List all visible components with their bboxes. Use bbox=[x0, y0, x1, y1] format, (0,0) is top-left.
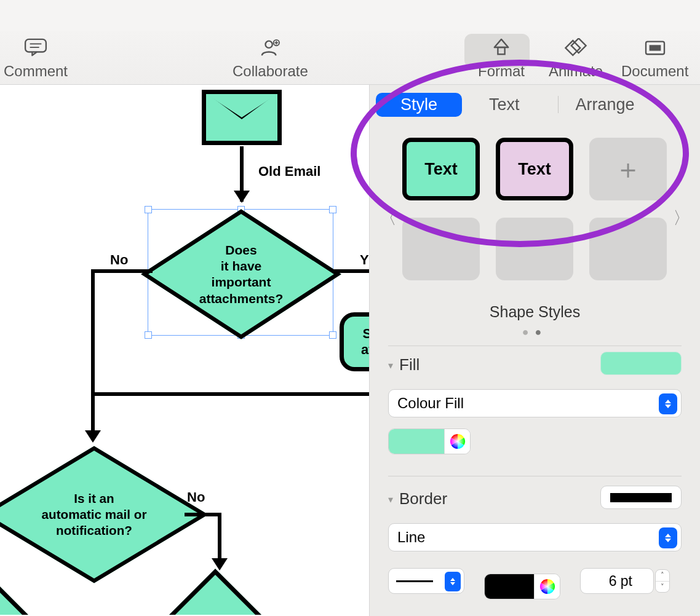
color-wheel-button[interactable] bbox=[444, 428, 470, 454]
shape-envelope[interactable] bbox=[202, 90, 282, 145]
preset-page-dots[interactable]: ●● bbox=[370, 326, 700, 339]
select-caret-icon bbox=[659, 393, 677, 414]
document-icon bbox=[642, 38, 669, 57]
collaborate-icon bbox=[257, 38, 284, 57]
collaborate-button[interactable]: Collaborate bbox=[233, 38, 308, 80]
connector-line[interactable] bbox=[91, 269, 95, 433]
tab-arrange[interactable]: Arrange bbox=[570, 93, 641, 117]
rounded-rect-text: S at bbox=[344, 317, 369, 367]
border-mode-value: Line bbox=[397, 529, 425, 546]
decision-automatic-text: Is it an automatic mail or notification? bbox=[38, 458, 151, 571]
line-sample-icon bbox=[396, 580, 433, 582]
fill-color-swatch[interactable] bbox=[389, 429, 444, 454]
selection-handle[interactable] bbox=[329, 331, 336, 339]
slide-canvas[interactable]: Old Email Does it have important attachm… bbox=[0, 85, 369, 615]
fill-color-control[interactable] bbox=[388, 428, 471, 454]
preset-blank-2[interactable] bbox=[496, 218, 573, 280]
connector-arrow-1[interactable] bbox=[240, 146, 244, 202]
fill-section: ▾ Fill Colour Fill bbox=[388, 355, 682, 454]
stepper-down-icon[interactable]: ˅ bbox=[656, 582, 669, 593]
plus-icon: ＋ bbox=[614, 151, 642, 188]
style-presets: Text Text ＋ bbox=[376, 134, 693, 280]
connector-line[interactable] bbox=[332, 269, 369, 273]
decision2-no-label[interactable]: No bbox=[187, 489, 205, 505]
border-size-value: 6 pt bbox=[609, 573, 632, 590]
border-mode-select[interactable]: Line bbox=[388, 523, 682, 551]
border-color-control[interactable] bbox=[484, 574, 560, 599]
animate-button[interactable]: Animate bbox=[549, 38, 603, 80]
svg-rect-7 bbox=[498, 47, 504, 54]
format-icon bbox=[488, 38, 515, 57]
arrow1-label[interactable]: Old Email bbox=[258, 164, 320, 180]
tab-divider bbox=[558, 96, 559, 113]
inspector-tabs: Style Text Arrange bbox=[376, 92, 641, 117]
preset-next[interactable]: 〉 bbox=[673, 207, 690, 230]
svg-point-13 bbox=[540, 579, 555, 594]
shape-decision-peek1[interactable] bbox=[0, 577, 47, 615]
divider-1 bbox=[388, 346, 682, 346]
preset-pink-label: Text bbox=[518, 160, 551, 179]
comment-label: Comment bbox=[4, 63, 68, 80]
decision-attachments-text: Does it have important attachments? bbox=[189, 223, 293, 326]
arrow-head-icon bbox=[85, 430, 101, 443]
shape-decision-peek2[interactable] bbox=[154, 569, 276, 615]
color-wheel-icon bbox=[449, 433, 466, 450]
svg-rect-0 bbox=[25, 39, 46, 52]
border-size-stepper[interactable]: ˄ ˅ bbox=[655, 569, 670, 593]
border-size-field[interactable]: 6 pt bbox=[580, 568, 654, 594]
arrow-head-icon bbox=[212, 558, 228, 571]
selection-handle[interactable] bbox=[145, 331, 152, 339]
stepper-up-icon[interactable]: ˄ bbox=[656, 570, 669, 582]
comment-button[interactable]: Comment bbox=[4, 38, 68, 80]
toolbar: Comment Collaborate Format Animate Docum… bbox=[0, 31, 700, 85]
tab-style[interactable]: Style bbox=[376, 93, 462, 117]
fill-mode-select[interactable]: Colour Fill bbox=[388, 389, 682, 417]
document-button[interactable]: Document bbox=[621, 38, 688, 80]
format-label: Format bbox=[478, 63, 525, 80]
connector-line[interactable] bbox=[218, 513, 221, 559]
color-wheel-button[interactable] bbox=[534, 574, 560, 599]
preset-blank-3[interactable] bbox=[589, 218, 667, 280]
animate-label: Animate bbox=[549, 63, 603, 80]
svg-point-3 bbox=[266, 41, 272, 48]
decision1-yes-label[interactable]: Y bbox=[360, 252, 369, 268]
shape-styles-label: Shape Styles bbox=[370, 303, 700, 321]
selection-handle[interactable] bbox=[145, 206, 152, 213]
fill-label: Fill bbox=[399, 355, 420, 374]
preset-pink[interactable]: Text bbox=[496, 138, 573, 200]
document-label: Document bbox=[621, 63, 688, 80]
selection-handle[interactable] bbox=[329, 206, 336, 213]
preset-blank-1[interactable] bbox=[402, 218, 480, 280]
preset-add[interactable]: ＋ bbox=[589, 138, 667, 200]
decision1-no-label[interactable]: No bbox=[110, 252, 128, 268]
chevron-down-icon: ▾ bbox=[388, 360, 393, 371]
tab-text[interactable]: Text bbox=[462, 93, 547, 117]
chevron-down-icon: ▾ bbox=[388, 494, 393, 505]
select-caret-icon bbox=[445, 572, 461, 591]
border-color-swatch[interactable] bbox=[485, 574, 534, 599]
connector-line[interactable] bbox=[91, 392, 369, 396]
border-swatch[interactable] bbox=[600, 486, 682, 509]
border-section: ▾ Border Line bbox=[388, 489, 682, 599]
svg-point-12 bbox=[450, 434, 465, 449]
comment-icon bbox=[22, 38, 49, 57]
preset-prev[interactable]: 〈 bbox=[380, 207, 397, 230]
preset-green-label: Text bbox=[424, 160, 458, 179]
select-caret-icon bbox=[659, 527, 677, 548]
collaborate-label: Collaborate bbox=[233, 63, 308, 80]
color-wheel-icon bbox=[539, 578, 556, 595]
connector-line[interactable] bbox=[185, 513, 221, 516]
shape-rounded-rect[interactable]: S at bbox=[340, 312, 369, 371]
fill-swatch[interactable] bbox=[600, 352, 682, 375]
border-label: Border bbox=[399, 489, 447, 508]
animate-icon bbox=[562, 38, 589, 57]
fill-mode-value: Colour Fill bbox=[397, 395, 464, 412]
line-style-select[interactable] bbox=[388, 568, 464, 594]
inspector-sidebar: Style Text Arrange Text Text ＋ 〈 〉 Shape… bbox=[369, 85, 700, 616]
connector-line[interactable] bbox=[91, 269, 153, 273]
format-button[interactable]: Format bbox=[478, 38, 525, 80]
preset-green[interactable]: Text bbox=[402, 138, 480, 200]
divider-2 bbox=[388, 476, 682, 476]
svg-rect-11 bbox=[649, 45, 661, 50]
shape-decision-automatic[interactable]: Is it an automatic mail or notification? bbox=[0, 446, 209, 583]
